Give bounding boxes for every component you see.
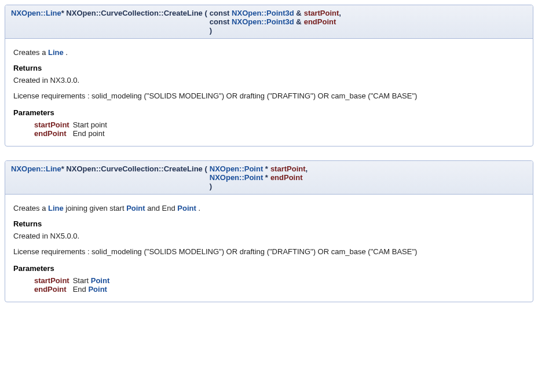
param-row-desc: Start Point: [73, 276, 114, 285]
returns-label: Returns: [13, 64, 525, 72]
param-row-desc: End point: [73, 129, 111, 138]
return-type-link[interactable]: NXOpen::Line: [11, 9, 61, 17]
param-type-link[interactable]: NXOpen::Point: [210, 164, 263, 173]
param-row-desc: Start point: [73, 120, 111, 129]
param-type-suffix: *: [263, 173, 268, 182]
method-description: Creates a Line joining given start Point…: [13, 204, 525, 213]
class-method-name: NXOpen::CurveCollection::CreateLine: [66, 9, 202, 17]
param-type-suffix: &: [294, 17, 302, 26]
param-row-desc: End Point: [73, 285, 114, 294]
param-row-name: startPoint: [34, 120, 73, 129]
param-name: endPoint: [304, 17, 336, 26]
method-signature: NXOpen::Line* NXOpen::CurveCollection::C…: [5, 5, 533, 39]
method-item: NXOpen::Line* NXOpen::CurveCollection::C…: [5, 160, 533, 302]
param-desc-link[interactable]: Point: [88, 285, 107, 294]
class-method-name: NXOpen::CurveCollection::CreateLine: [66, 164, 202, 173]
parameters-table: startPoint Start Point endPoint End Poin…: [34, 276, 113, 294]
table-row: startPoint Start point: [34, 120, 111, 129]
parameters-label: Parameters: [13, 264, 525, 273]
param-row-name: endPoint: [34, 285, 73, 294]
param-type-link[interactable]: NXOpen::Point3d: [232, 17, 294, 26]
param-name: endPoint: [270, 173, 303, 182]
created-in: Created in NX3.0.0.: [13, 76, 525, 85]
return-type-link[interactable]: NXOpen::Line: [11, 164, 61, 173]
returns-label: Returns: [13, 219, 525, 228]
param-row-name: startPoint: [34, 276, 73, 285]
param-row-name: endPoint: [34, 129, 73, 138]
close-paren: ): [210, 26, 212, 35]
table-row: endPoint End Point: [34, 285, 113, 294]
method-signature: NXOpen::Line* NXOpen::CurveCollection::C…: [5, 161, 533, 195]
method-doc: Creates a Line joining given start Point…: [5, 195, 533, 302]
description-link[interactable]: Line: [48, 48, 64, 57]
param-name: startPoint: [304, 9, 339, 17]
description-link[interactable]: Line: [48, 204, 64, 213]
param-type-link[interactable]: NXOpen::Point: [210, 173, 263, 182]
parameters-table: startPoint Start point endPoint End poin…: [34, 120, 111, 138]
license-requirements: License requirements : solid_modeling ("…: [13, 247, 525, 256]
method-item: NXOpen::Line* NXOpen::CurveCollection::C…: [5, 5, 533, 146]
param-prefix: const: [210, 9, 232, 17]
table-row: endPoint End point: [34, 129, 111, 138]
table-row: startPoint Start Point: [34, 276, 113, 285]
open-paren: (: [203, 9, 207, 17]
created-in: Created in NX5.0.0.: [13, 232, 525, 240]
param-trailing: ,: [306, 164, 308, 173]
param-type-link[interactable]: NXOpen::Point3d: [232, 9, 294, 17]
method-doc: Creates a Line . Returns Created in NX3.…: [5, 39, 533, 146]
param-prefix: const: [210, 17, 232, 26]
param-desc-link[interactable]: Point: [91, 276, 110, 285]
description-link[interactable]: Point: [126, 204, 145, 213]
param-type-suffix: *: [263, 164, 268, 173]
close-paren: ): [210, 182, 212, 190]
param-type-suffix: &: [294, 9, 302, 17]
license-requirements: License requirements : solid_modeling ("…: [13, 91, 525, 100]
param-name: startPoint: [270, 164, 306, 173]
parameters-label: Parameters: [13, 108, 525, 117]
description-link[interactable]: Point: [177, 204, 196, 213]
open-paren: (: [203, 164, 207, 173]
method-description: Creates a Line .: [13, 48, 525, 57]
param-trailing: ,: [339, 9, 341, 17]
